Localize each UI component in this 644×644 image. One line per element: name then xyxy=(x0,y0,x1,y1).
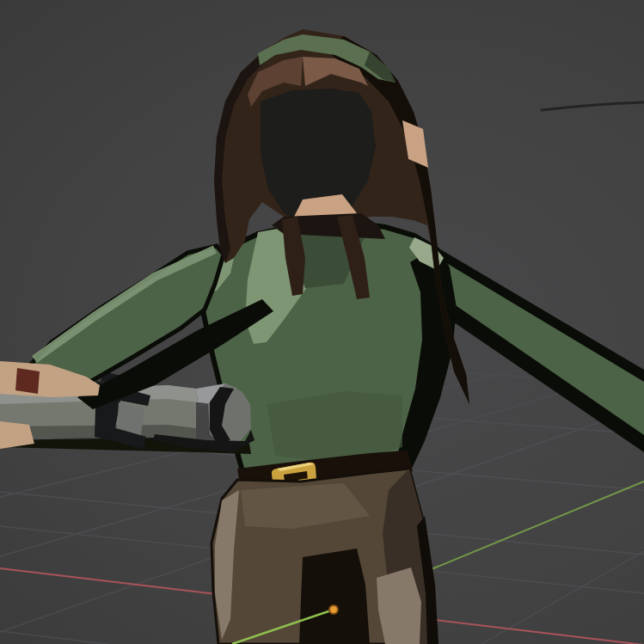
pants xyxy=(212,469,439,644)
pants-crotch-shadow xyxy=(299,549,370,644)
character-model[interactable] xyxy=(0,29,644,644)
viewport-3d[interactable] xyxy=(0,0,644,644)
origin-marker[interactable] xyxy=(329,605,338,614)
distant-blade-line xyxy=(542,102,644,110)
hand-left-shadow xyxy=(15,368,40,394)
viewport-canvas[interactable] xyxy=(0,0,644,644)
grid-line xyxy=(481,551,644,644)
